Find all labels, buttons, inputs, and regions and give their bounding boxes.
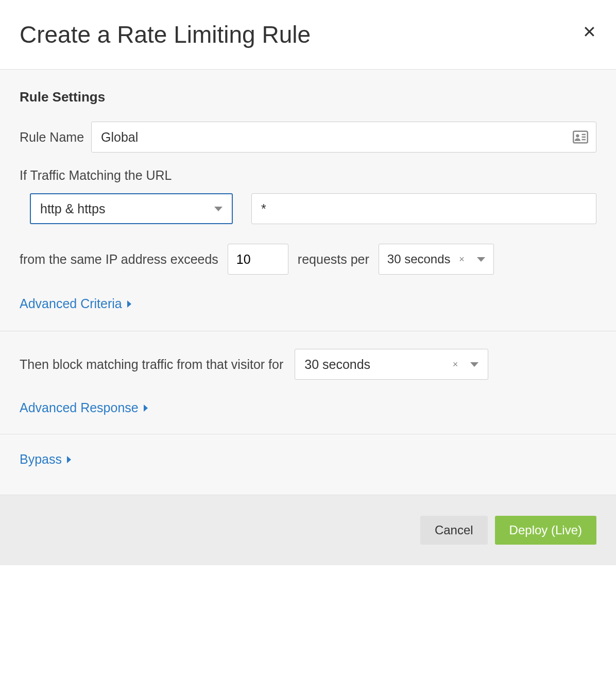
threshold-input[interactable] bbox=[228, 244, 288, 275]
block-duration-value: 30 seconds bbox=[304, 357, 370, 372]
bypass-label: Bypass bbox=[20, 452, 62, 467]
advanced-criteria-label: Advanced Criteria bbox=[20, 296, 122, 311]
ip-exceeds-label: from the same IP address exceeds bbox=[20, 252, 218, 267]
select-controls: × bbox=[453, 359, 479, 370]
bypass-section: Bypass bbox=[0, 434, 616, 495]
block-label: Then block matching traffic from that vi… bbox=[20, 357, 283, 372]
chevron-down-icon bbox=[477, 257, 485, 262]
advanced-response-label: Advanced Response bbox=[20, 400, 139, 415]
period-select[interactable]: 30 seconds × bbox=[379, 244, 494, 275]
rate-threshold-row: from the same IP address exceeds request… bbox=[20, 244, 596, 275]
cancel-button[interactable]: Cancel bbox=[420, 516, 488, 545]
close-icon[interactable]: ✕ bbox=[583, 21, 596, 40]
chevron-down-icon bbox=[470, 362, 478, 367]
deploy-button[interactable]: Deploy (Live) bbox=[495, 516, 596, 545]
clear-icon[interactable]: × bbox=[453, 359, 458, 370]
url-pattern-input[interactable] bbox=[251, 193, 596, 224]
block-action-section: Then block matching traffic from that vi… bbox=[0, 331, 616, 434]
clear-icon[interactable]: × bbox=[459, 254, 465, 265]
requests-per-label: requests per bbox=[298, 252, 369, 267]
url-conditions-row: http & https bbox=[20, 193, 596, 224]
chevron-right-icon bbox=[127, 300, 131, 308]
section-title: Rule Settings bbox=[20, 89, 596, 105]
block-duration-row: Then block matching traffic from that vi… bbox=[20, 349, 596, 380]
chevron-right-icon bbox=[144, 404, 148, 412]
block-duration-select[interactable]: 30 seconds × bbox=[295, 349, 488, 380]
scheme-select[interactable]: http & https bbox=[30, 193, 233, 224]
rule-name-row: Rule Name bbox=[20, 122, 596, 153]
scheme-value: http & https bbox=[40, 201, 105, 216]
rule-name-input[interactable] bbox=[91, 122, 596, 153]
advanced-response-expander[interactable]: Advanced Response bbox=[20, 400, 148, 415]
modal-footer: Cancel Deploy (Live) bbox=[0, 495, 616, 565]
contact-card-icon bbox=[573, 130, 588, 144]
modal-header: Create a Rate Limiting Rule ✕ bbox=[0, 0, 616, 69]
traffic-matching-label: If Traffic Matching the URL bbox=[20, 168, 596, 183]
period-value: 30 seconds bbox=[387, 252, 451, 266]
svg-point-1 bbox=[576, 134, 579, 137]
bypass-expander[interactable]: Bypass bbox=[20, 452, 71, 467]
rule-name-wrapper bbox=[91, 122, 596, 153]
chevron-down-icon bbox=[214, 207, 223, 211]
rate-limit-modal: Create a Rate Limiting Rule ✕ Rule Setti… bbox=[0, 0, 616, 565]
rule-settings-section: Rule Settings Rule Name If Traffic Ma bbox=[0, 70, 616, 331]
modal-title: Create a Rate Limiting Rule bbox=[20, 21, 311, 48]
rule-name-label: Rule Name bbox=[20, 130, 84, 145]
advanced-criteria-expander[interactable]: Advanced Criteria bbox=[20, 296, 131, 311]
select-controls: × bbox=[459, 254, 485, 265]
chevron-right-icon bbox=[67, 456, 71, 463]
